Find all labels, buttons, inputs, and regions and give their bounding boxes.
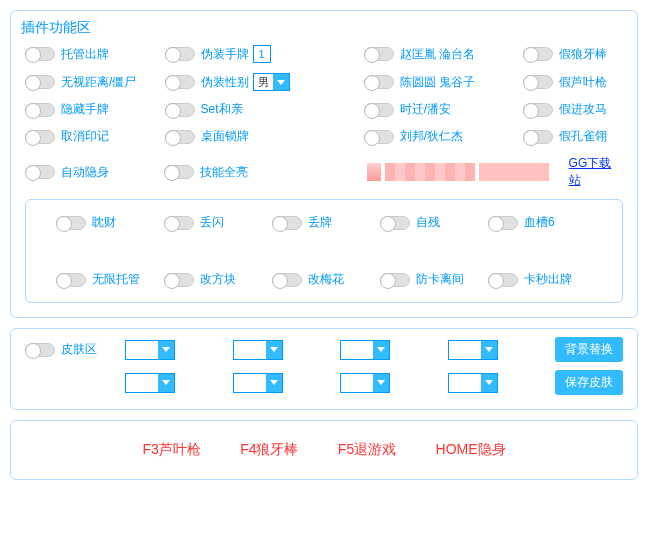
toggle-jialuye[interactable] (523, 75, 553, 89)
label: 技能全亮 (200, 164, 248, 181)
hotkey-home: HOME隐身 (436, 441, 506, 459)
label: 伪装性别 (201, 74, 249, 91)
hotkey-f5: F5退游戏 (338, 441, 396, 459)
toggle-zhaokuangyin[interactable] (364, 47, 394, 61)
row-2: 隐藏手牌 Set和亲 时迁/潘安 假进攻马 (25, 101, 623, 118)
row-0: 托管出牌 伪装手牌1 赵匡胤 淪台名 假狼牙棒 (25, 45, 623, 63)
label: 假芦叶枪 (559, 74, 607, 91)
hotkey-panel: F3芦叶枪 F4狼牙棒 F5退游戏 HOME隐身 (10, 420, 638, 480)
toggle-wuxian[interactable] (56, 273, 86, 287)
skin-select-1[interactable] (125, 340, 175, 360)
inner-row-1: 眈财 丢闪 丢牌 自残 血槽6 (36, 214, 612, 231)
chevron-down-icon (158, 374, 174, 392)
chevron-down-icon (266, 374, 282, 392)
skin-select-3[interactable] (340, 340, 390, 360)
label: 赵匡胤 淪台名 (400, 46, 475, 63)
gg-download-link[interactable]: GG下载站 (569, 155, 623, 189)
chevron-down-icon (273, 74, 289, 90)
toggle-liubang[interactable] (364, 130, 394, 144)
label: 伪装手牌 (201, 46, 249, 63)
chevron-down-icon (373, 374, 389, 392)
skin-area-panel: 皮肤区 背景替换 保存皮肤 (10, 328, 638, 410)
skin-label: 皮肤区 (61, 341, 97, 358)
inner-panel: 眈财 丢闪 丢牌 自残 血槽6 无限托管 改方块 改梅花 防卡离间 卡秒出牌 (25, 199, 623, 303)
row-3: 取消印记 桌面锁牌 刘邦/狄仁杰 假孔雀翎 (25, 128, 623, 145)
toggle-yincang[interactable] (25, 103, 55, 117)
toggle-diushan[interactable] (164, 216, 194, 230)
censored-area (479, 163, 549, 181)
skin-select-5[interactable] (125, 373, 175, 393)
toggle-weizhuang-shoupai[interactable] (165, 47, 195, 61)
plugin-area-panel: 插件功能区 托管出牌 伪装手牌1 赵匡胤 淪台名 假狼牙棒 无视距离/僵尸 伪装… (10, 10, 638, 318)
toggle-dancai[interactable] (56, 216, 86, 230)
toggle-chenyuanyuan[interactable] (364, 75, 394, 89)
toggle-setheqin[interactable] (165, 103, 195, 117)
toggle-shiqian[interactable] (364, 103, 394, 117)
plugin-area-title: 插件功能区 (21, 19, 623, 37)
chevron-down-icon (481, 341, 497, 359)
label: 假孔雀翎 (559, 128, 607, 145)
label: 桌面锁牌 (201, 128, 249, 145)
toggle-jiajingong[interactable] (523, 103, 553, 117)
toggle-fangka[interactable] (380, 273, 410, 287)
skin-select-7[interactable] (340, 373, 390, 393)
label: 自动隐身 (61, 164, 109, 181)
bg-replace-button[interactable]: 背景替换 (555, 337, 623, 362)
inner-row-2: 无限托管 改方块 改梅花 防卡离间 卡秒出牌 (36, 271, 612, 288)
label: 时迁/潘安 (400, 101, 451, 118)
toggle-zhuomian[interactable] (165, 130, 195, 144)
toggle-skin[interactable] (25, 343, 55, 357)
toggle-jiakongque[interactable] (523, 130, 553, 144)
toggle-jineng[interactable] (164, 165, 194, 179)
chevron-down-icon (158, 341, 174, 359)
label: 取消印记 (61, 128, 109, 145)
skin-select-4[interactable] (448, 340, 498, 360)
label: 隐藏手牌 (61, 101, 109, 118)
chevron-down-icon (373, 341, 389, 359)
toggle-jialangyabang[interactable] (523, 47, 553, 61)
toggle-weizhuang-xingbie[interactable] (165, 75, 195, 89)
label: 假狼牙棒 (559, 46, 607, 63)
toggle-gaifangkuai[interactable] (164, 273, 194, 287)
select-gender[interactable]: 男 (253, 73, 290, 91)
save-skin-button[interactable]: 保存皮肤 (555, 370, 623, 395)
toggle-wushi[interactable] (25, 75, 55, 89)
row-1: 无视距离/僵尸 伪装性别 男 陈圆圆 鬼谷子 假芦叶枪 (25, 73, 623, 91)
censored-area (367, 163, 381, 181)
censored-area (385, 163, 475, 181)
toggle-gaimeihua[interactable] (272, 273, 302, 287)
chevron-down-icon (266, 341, 282, 359)
skin-select-6[interactable] (233, 373, 283, 393)
row-4: 自动隐身 技能全亮 GG下载站 (25, 155, 623, 189)
hotkey-f3: F3芦叶枪 (142, 441, 200, 459)
skin-select-8[interactable] (448, 373, 498, 393)
numbox-hand[interactable]: 1 (253, 45, 271, 63)
skin-select-2[interactable] (233, 340, 283, 360)
toggle-quxiao[interactable] (25, 130, 55, 144)
label: Set和亲 (201, 101, 243, 118)
label: 无视距离/僵尸 (61, 74, 136, 91)
toggle-tuoguan[interactable] (25, 47, 55, 61)
toggle-zican[interactable] (380, 216, 410, 230)
label: 陈圆圆 鬼谷子 (400, 74, 475, 91)
hotkey-f4: F4狼牙棒 (240, 441, 298, 459)
label: 刘邦/狄仁杰 (400, 128, 463, 145)
label: 假进攻马 (559, 101, 607, 118)
toggle-zidong[interactable] (25, 165, 55, 179)
toggle-xuecao[interactable] (488, 216, 518, 230)
toggle-diupai[interactable] (272, 216, 302, 230)
chevron-down-icon (481, 374, 497, 392)
toggle-kamiao[interactable] (488, 273, 518, 287)
label: 托管出牌 (61, 46, 109, 63)
